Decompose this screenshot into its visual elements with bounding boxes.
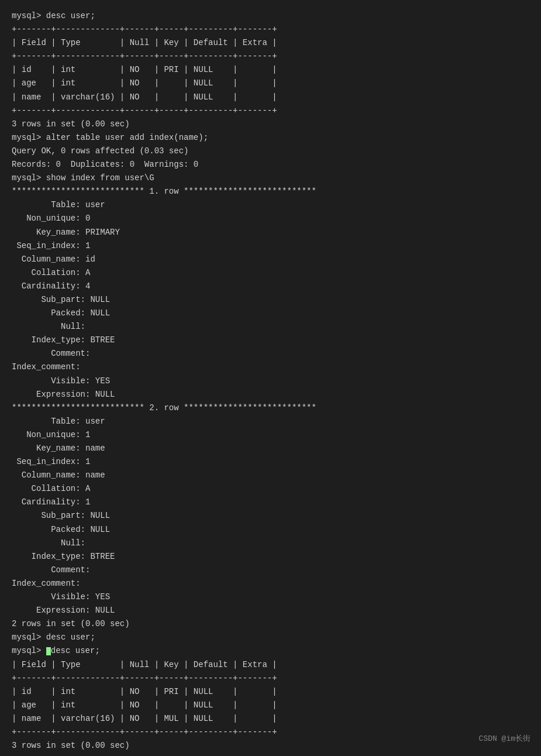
- terminal-line: Sub_part: NULL: [12, 509, 529, 523]
- terminal-line: mysql> desc user;: [12, 9, 529, 23]
- terminal-line: Non_unique: 1: [12, 428, 529, 442]
- terminal-line: Query OK, 0 rows affected (0.03 sec): [12, 145, 529, 158]
- terminal-line: Key_name: name: [12, 442, 529, 455]
- terminal-line: 3 rows in set (0.00 sec): [12, 739, 529, 752]
- terminal-line: Null:: [12, 320, 529, 334]
- terminal-line: | Field | Type | Null | Key | Default | …: [12, 658, 529, 672]
- terminal-line: Index_comment:: [12, 577, 529, 590]
- terminal-line: mysql> desc user;: [12, 631, 529, 644]
- terminal-line: Cardinality: 1: [12, 496, 529, 509]
- terminal-line: Null:: [12, 537, 529, 550]
- terminal-line: | Field | Type | Null | Key | Default | …: [12, 36, 529, 50]
- terminal-line: Packed: NULL: [12, 523, 529, 537]
- terminal-line: mysql> desc user;: [12, 644, 529, 658]
- terminal-line: | name | varchar(16) | NO | | NULL | |: [12, 91, 529, 104]
- terminal-line: Visible: YES: [12, 374, 529, 388]
- terminal-line: +-------+-------------+------+-----+----…: [12, 23, 529, 36]
- terminal-line: mysql> show index from user\G: [12, 171, 529, 185]
- terminal-line: Table: user: [12, 198, 529, 212]
- terminal-line: Key_name: PRIMARY: [12, 226, 529, 239]
- terminal-line: | name | varchar(16) | NO | MUL | NULL |…: [12, 712, 529, 726]
- terminal-line: Packed: NULL: [12, 307, 529, 320]
- terminal-line: 3 rows in set (0.00 sec): [12, 118, 529, 131]
- terminal-line: +-------+-------------+------+-----+----…: [12, 104, 529, 118]
- terminal-line: Seq_in_index: 1: [12, 455, 529, 469]
- terminal-line: Cardinality: 4: [12, 280, 529, 293]
- terminal-line: Index_type: BTREE: [12, 550, 529, 563]
- prompt-prefix: mysql>: [12, 646, 46, 655]
- terminal-line: *************************** 2. row *****…: [12, 401, 529, 415]
- terminal-line: Index_comment:: [12, 360, 529, 374]
- terminal-line: Visible: YES: [12, 590, 529, 604]
- terminal-line: Index_type: BTREE: [12, 334, 529, 347]
- terminal-line: Table: user: [12, 415, 529, 428]
- terminal-line: Sub_part: NULL: [12, 293, 529, 307]
- terminal-line: mysql> alter table user add index(name);: [12, 131, 529, 145]
- terminal-line: +-------+-------------+------+-----+----…: [12, 672, 529, 685]
- terminal-output: mysql> desc user;+-------+-------------+…: [12, 9, 529, 752]
- terminal-line: Column_name: name: [12, 469, 529, 482]
- terminal-line: Comment:: [12, 563, 529, 577]
- terminal-line: 2 rows in set (0.00 sec): [12, 617, 529, 631]
- terminal-line: Non_unique: 0: [12, 212, 529, 225]
- terminal-line: Comment:: [12, 347, 529, 360]
- terminal-line: | id | int | NO | PRI | NULL | |: [12, 685, 529, 699]
- terminal-line: Collation: A: [12, 482, 529, 496]
- watermark: CSDN @im长街: [479, 733, 530, 745]
- terminal-line: Records: 0 Duplicates: 0 Warnings: 0: [12, 158, 529, 171]
- terminal-line: Collation: A: [12, 266, 529, 280]
- terminal-cursor: [46, 647, 51, 655]
- terminal-line: *************************** 1. row *****…: [12, 185, 529, 198]
- terminal-line: Expression: NULL: [12, 604, 529, 617]
- terminal-line: Expression: NULL: [12, 388, 529, 401]
- terminal-line: | age | int | NO | | NULL | |: [12, 699, 529, 712]
- prompt-command: desc user;: [51, 646, 100, 655]
- terminal-line: | id | int | NO | PRI | NULL | |: [12, 63, 529, 77]
- terminal-line: +-------+-------------+------+-----+----…: [12, 726, 529, 739]
- terminal-line: | age | int | NO | | NULL | |: [12, 77, 529, 90]
- terminal-line: Seq_in_index: 1: [12, 239, 529, 253]
- terminal-line: +-------+-------------+------+-----+----…: [12, 50, 529, 63]
- terminal-line: Column_name: id: [12, 253, 529, 266]
